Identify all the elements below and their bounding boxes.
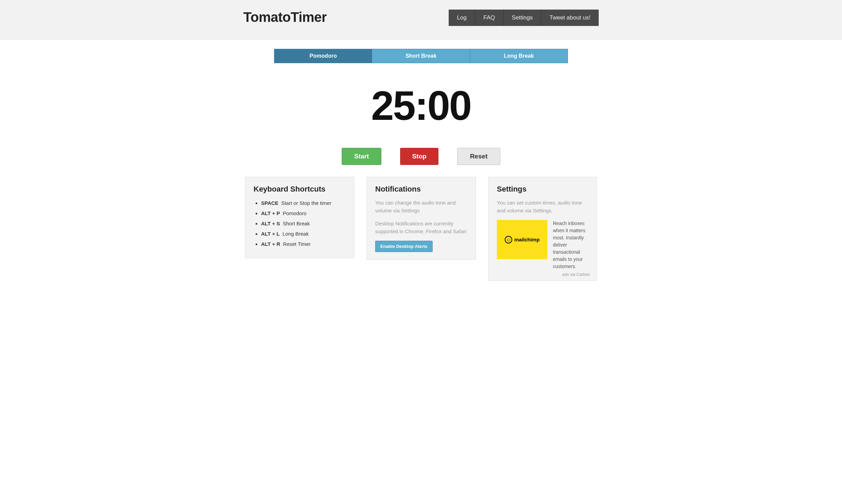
settings-title: Settings [497,185,588,194]
carbon-ad[interactable]: ☺ mailchimp Reach inboxes when it matter… [497,220,588,270]
list-item: ALT + R Reset Timer [261,240,346,248]
shortcut-key: ALT + P [261,210,280,216]
shortcut-desc: Short Break [283,221,310,226]
ad-attribution[interactable]: ads via Carbon [562,272,590,277]
notifications-text-2: Desktop Notifications are currently supp… [375,220,467,235]
top-nav: Log FAQ Settings Tweet about us! [449,10,599,26]
mailchimp-logo: ☺ mailchimp [505,236,540,243]
shortcut-key: SPACE [261,200,279,206]
enable-desktop-alerts-button[interactable]: Enable Desktop Alerts [375,241,433,252]
notifications-title: Notifications [375,185,467,194]
nav-faq[interactable]: FAQ [475,10,504,26]
nav-log[interactable]: Log [449,10,475,26]
shortcut-key: ALT + R [261,241,280,247]
stop-button[interactable]: Stop [400,148,438,165]
shortcut-key: ALT + S [261,221,280,226]
site-logo[interactable]: TomatoTimer [243,10,327,25]
notifications-panel: Notifications You can change the audio t… [367,177,476,260]
shortcut-desc: Long Break [283,231,309,237]
timer-controls: Start Stop Reset [0,148,842,165]
settings-panel: Settings You can set custom times, audio… [488,177,597,281]
header: TomatoTimer Log FAQ Settings Tweet about… [0,0,842,40]
shortcuts-panel: Keyboard Shortcuts SPACE Start or Stop t… [245,177,354,258]
shortcut-desc: Pomodoro [283,210,307,216]
shortcuts-title: Keyboard Shortcuts [254,185,346,194]
settings-text: You can set custom times, audio tone and… [497,199,588,214]
tab-long-break[interactable]: Long Break [470,49,568,63]
shortcuts-list: SPACE Start or Stop the timer ALT + P Po… [254,199,346,248]
notifications-text-1: You can change the audio tone and volume… [375,199,467,214]
info-panels: Keyboard Shortcuts SPACE Start or Stop t… [245,177,597,281]
tab-pomodoro[interactable]: Pomodoro [274,49,372,63]
ad-brand: mailchimp [514,237,540,242]
mailchimp-icon: ☺ [505,236,512,243]
list-item: ALT + S Short Break [261,220,346,228]
shortcut-key: ALT + L [261,231,280,237]
tab-short-break[interactable]: Short Break [372,49,470,63]
list-item: ALT + L Long Break [261,230,346,238]
reset-button[interactable]: Reset [457,148,500,165]
ad-image: ☺ mailchimp [497,220,547,259]
shortcut-desc: Start or Stop the timer [281,200,331,206]
nav-tweet[interactable]: Tweet about us! [541,10,599,26]
timer-display: 25:00 [0,82,842,129]
mode-tabs: Pomodoro Short Break Long Break [274,49,568,63]
list-item: SPACE Start or Stop the timer [261,199,346,207]
ad-copy: Reach inboxes when it matters most. Inst… [553,220,588,270]
shortcut-desc: Reset Timer [283,241,311,247]
nav-settings[interactable]: Settings [504,10,541,26]
list-item: ALT + P Pomodoro [261,209,346,218]
start-button[interactable]: Start [342,148,381,165]
